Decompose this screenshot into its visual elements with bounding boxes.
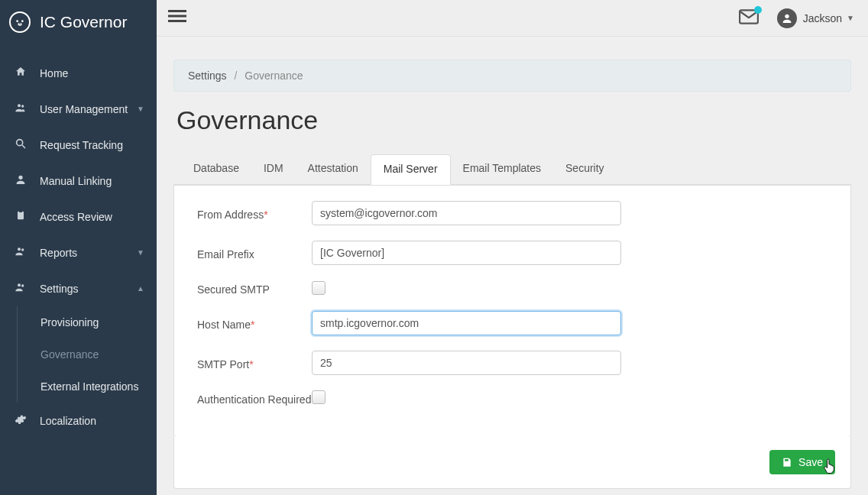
panel-mail-server: From Address* Email Prefix Secured SMTP … bbox=[173, 185, 851, 437]
label-email-prefix: Email Prefix bbox=[197, 245, 312, 260]
sidebar-item-label: Reports bbox=[40, 247, 77, 259]
avatar-icon bbox=[777, 8, 797, 28]
users-icon bbox=[12, 245, 29, 260]
brand-title: IC Governor bbox=[40, 13, 127, 31]
users-icon bbox=[12, 102, 29, 116]
svg-point-0 bbox=[16, 20, 18, 22]
topbar: Jackson ▼ bbox=[157, 0, 868, 37]
sidebar-item-label: Home bbox=[40, 67, 68, 79]
sidebar-subitem-provisioning[interactable]: Provisioning bbox=[18, 306, 157, 338]
label-auth-required: Authentication Required bbox=[197, 390, 312, 406]
sidebar-item-request-tracking[interactable]: Request Tracking bbox=[0, 127, 157, 163]
sidebar-item-label: Manual Linking bbox=[40, 175, 112, 187]
content: Settings / Governance Governance Databas… bbox=[157, 37, 868, 495]
settings-users-icon bbox=[12, 281, 29, 296]
svg-point-13 bbox=[18, 283, 21, 286]
chevron-up-icon: ▲ bbox=[137, 284, 144, 293]
sidebar-item-label: Access Review bbox=[40, 211, 112, 223]
svg-rect-15 bbox=[168, 10, 186, 12]
notification-dot bbox=[754, 6, 762, 14]
user-name: Jackson bbox=[803, 12, 842, 24]
sidebar: IC Governor Home User Management ▼ Reque… bbox=[0, 0, 157, 495]
breadcrumb-root[interactable]: Settings bbox=[188, 70, 227, 82]
tab-security[interactable]: Security bbox=[553, 154, 617, 185]
main: Jackson ▼ Settings / Governance Governan… bbox=[157, 0, 868, 495]
svg-point-1 bbox=[21, 20, 24, 22]
tab-idm[interactable]: IDM bbox=[251, 154, 296, 185]
clipboard-icon bbox=[12, 209, 29, 224]
sidebar-item-user-management[interactable]: User Management ▼ bbox=[0, 91, 157, 127]
tab-mail-server[interactable]: Mail Server bbox=[371, 154, 451, 185]
svg-point-6 bbox=[17, 140, 23, 146]
sidebar-subitem-governance[interactable]: Governance bbox=[18, 338, 157, 370]
tabs: Database IDM Attestation Mail Server Ema… bbox=[173, 154, 851, 185]
svg-line-7 bbox=[22, 145, 25, 148]
svg-rect-16 bbox=[168, 15, 186, 17]
save-button-label: Save bbox=[798, 456, 823, 468]
tab-database[interactable]: Database bbox=[181, 154, 251, 185]
svg-point-5 bbox=[21, 105, 24, 107]
label-smtp-port: SMTP Port* bbox=[197, 355, 312, 370]
checkbox-secured-smtp[interactable] bbox=[312, 281, 326, 295]
svg-rect-17 bbox=[168, 20, 186, 22]
gear-icon bbox=[12, 413, 29, 428]
brand: IC Governor bbox=[0, 0, 157, 44]
sidebar-subnav-settings: Provisioning Governance External Integra… bbox=[17, 306, 157, 403]
user-menu[interactable]: Jackson ▼ bbox=[777, 8, 854, 28]
input-email-prefix[interactable] bbox=[312, 241, 621, 265]
sidebar-item-label: Request Tracking bbox=[40, 139, 123, 151]
tab-email-templates[interactable]: Email Templates bbox=[451, 154, 553, 185]
sidebar-item-manual-linking[interactable]: Manual Linking bbox=[0, 163, 157, 199]
sidebar-item-home[interactable]: Home bbox=[0, 55, 157, 91]
panel-footer: Save bbox=[173, 436, 851, 489]
sidebar-nav: Home User Management ▼ Request Tracking … bbox=[0, 44, 157, 438]
page-title: Governance bbox=[177, 105, 851, 135]
user-icon bbox=[12, 173, 29, 188]
svg-point-3 bbox=[19, 23, 21, 24]
brand-logo-icon bbox=[9, 11, 31, 33]
checkbox-auth-required[interactable] bbox=[312, 390, 326, 404]
svg-point-12 bbox=[21, 248, 24, 251]
tab-attestation[interactable]: Attestation bbox=[296, 154, 371, 185]
sidebar-subitem-external-integrations[interactable]: External Integrations bbox=[18, 370, 157, 403]
svg-point-14 bbox=[21, 284, 24, 286]
sidebar-item-label: User Management bbox=[40, 103, 128, 115]
breadcrumb: Settings / Governance bbox=[173, 60, 851, 92]
mail-icon[interactable] bbox=[739, 9, 759, 27]
save-icon bbox=[782, 457, 792, 467]
svg-rect-9 bbox=[18, 212, 24, 220]
hamburger-icon[interactable] bbox=[167, 7, 187, 30]
sidebar-item-settings[interactable]: Settings ▲ bbox=[0, 270, 157, 306]
svg-point-8 bbox=[18, 176, 22, 180]
input-from-address[interactable] bbox=[312, 201, 621, 225]
sidebar-item-label: Settings bbox=[40, 283, 79, 295]
label-from-address: From Address* bbox=[197, 205, 312, 221]
sidebar-item-reports[interactable]: Reports ▼ bbox=[0, 235, 157, 270]
home-icon bbox=[12, 66, 29, 80]
svg-point-4 bbox=[18, 104, 21, 107]
breadcrumb-current: Governance bbox=[245, 70, 303, 82]
label-host-name: Host Name* bbox=[197, 315, 312, 331]
svg-point-19 bbox=[785, 14, 789, 18]
save-button[interactable]: Save bbox=[769, 450, 835, 474]
sidebar-item-label: Localization bbox=[40, 415, 96, 427]
chevron-down-icon: ▼ bbox=[137, 105, 144, 113]
search-icon bbox=[12, 138, 29, 152]
svg-point-11 bbox=[18, 247, 21, 251]
caret-down-icon: ▼ bbox=[847, 14, 854, 22]
input-host-name[interactable] bbox=[312, 311, 621, 335]
breadcrumb-separator: / bbox=[234, 70, 237, 82]
label-secured-smtp: Secured SMTP bbox=[197, 280, 312, 296]
sidebar-item-localization[interactable]: Localization bbox=[0, 403, 157, 438]
input-smtp-port[interactable] bbox=[312, 351, 621, 375]
chevron-down-icon: ▼ bbox=[137, 248, 144, 257]
svg-rect-10 bbox=[19, 210, 22, 212]
sidebar-item-access-review[interactable]: Access Review bbox=[0, 199, 157, 235]
